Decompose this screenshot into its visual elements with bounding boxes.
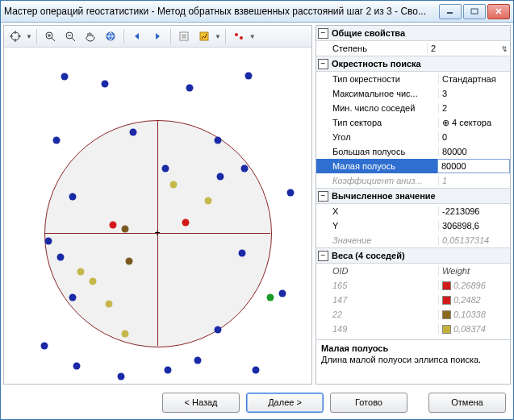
data-point [118,373,125,380]
data-point [215,326,222,334]
data-point [41,343,48,350]
weight-row: 1650,26896 [316,278,510,293]
neighbor-point [267,294,274,301]
list-tool[interactable] [175,27,193,45]
help-panel: Малая полуось Длина малой полуоси эллипс… [316,339,510,384]
svg-rect-1 [471,9,478,14]
neighbor-point [122,331,129,338]
pan-tool[interactable] [81,27,99,45]
prop-neighborhood-type[interactable]: Тип окрестностиСтандартная [316,72,510,86]
collapse-icon[interactable]: − [318,191,328,202]
data-point [253,367,260,374]
prop-anisotropy: Коэффициент аниз...1 [316,173,510,188]
data-point [69,294,77,301]
collapse-icon[interactable]: − [318,28,328,39]
neighbor-point [106,301,113,308]
data-point [61,73,69,81]
prop-minor-axis[interactable]: Малая полуось80000 [316,159,510,173]
window-title: Мастер операций геостатистики - Метод об… [4,6,439,17]
data-point [102,81,109,88]
svg-rect-7 [200,32,208,40]
stats-tool[interactable] [195,27,213,45]
dropdown-icon[interactable]: ▼ [249,33,256,40]
optimize-icon[interactable]: ↯ [499,44,510,53]
neighbor-point [77,268,85,276]
neighbor-point [122,226,129,233]
dropdown-icon[interactable]: ▼ [215,33,221,40]
data-point [57,254,65,261]
full-extent-tool[interactable] [102,27,119,45]
prop-major-axis[interactable]: Большая полуось80000 [316,144,510,159]
maximize-button[interactable] [463,4,486,19]
preview-canvas[interactable]: + [4,48,311,384]
neighbor-point [205,198,212,205]
wizard-window: Мастер операций геостатистики - Метод об… [0,0,514,420]
data-point [165,367,172,374]
neighbor-point [110,222,117,229]
data-point [45,238,52,245]
help-text: Длина малой полуоси эллипса поиска. [321,355,505,364]
data-point [186,85,194,92]
preview-toolbar: ▼ ▼ ▼ [4,26,311,48]
data-point [239,250,246,257]
color-swatch [442,281,451,290]
svg-point-9 [240,36,243,40]
next-button[interactable]: Далее > [246,393,324,413]
data-point [287,189,295,197]
prop-power[interactable]: Степень2↯ [316,41,510,56]
section-weights[interactable]: −Веса (4 соседей) [316,247,510,264]
neighbor-point [90,278,97,285]
neighbor-point [170,181,178,189]
prop-min-neighbors[interactable]: Мин. число соседей2 [316,101,510,115]
titlebar[interactable]: Мастер операций геостатистики - Метод об… [1,1,513,23]
data-point [73,363,81,370]
dropdown-icon[interactable]: ▼ [26,33,32,40]
next-extent-tool[interactable] [148,27,166,45]
data-point [53,137,61,144]
prev-extent-tool[interactable] [128,27,146,45]
prop-y[interactable]: Y306898,6 [316,218,510,233]
neighbor-point [126,258,133,265]
color-swatch [442,296,451,305]
prop-sector-type[interactable]: Тип сектора⊕4 сектора [316,115,510,130]
sector-icon: ⊕ [442,118,449,128]
help-title: Малая полуось [321,343,505,353]
cancel-button[interactable]: Отмена [428,393,506,413]
properties-panel: −Общие свойства Степень2↯ −Окрестность п… [316,25,511,385]
color-swatch [442,325,451,334]
weight-row: 220,10338 [316,307,510,322]
wizard-footer: < Назад Далее > Готово Отмена [3,388,511,417]
section-general[interactable]: −Общие свойства [316,26,510,41]
points-tool[interactable] [230,27,248,45]
back-button[interactable]: < Назад [162,393,240,413]
neighbor-point [182,219,190,227]
data-point [130,129,137,136]
properties-grid[interactable]: −Общие свойства Степень2↯ −Окрестность п… [316,26,510,339]
prop-angle[interactable]: Угол0 [316,130,510,144]
finish-button[interactable]: Готово [330,393,407,413]
prop-max-neighbors[interactable]: Максимальное чис...3 [316,86,510,101]
close-button[interactable] [487,4,510,19]
data-point [215,137,222,144]
data-point [279,290,286,297]
collapse-icon[interactable]: − [318,59,328,69]
zoom-in-tool[interactable] [41,27,59,45]
collapse-icon[interactable]: − [318,251,328,261]
preview-panel: ▼ ▼ ▼ [3,25,312,385]
data-point [69,193,77,201]
svg-point-8 [235,33,238,36]
section-calculated[interactable]: −Вычисленное значение [316,188,510,204]
prop-value: Значение0,05137314 [316,233,510,247]
center-cross-icon: + [154,227,160,239]
data-point [194,357,202,364]
weight-row: 1470,2482 [316,293,510,307]
section-neighborhood[interactable]: −Окрестность поиска [316,56,510,72]
prop-x[interactable]: X-2213096 [316,204,510,218]
svg-rect-0 [447,12,453,14]
minimize-button[interactable] [439,4,462,19]
target-tool[interactable] [6,27,24,45]
data-point [162,165,169,173]
zoom-out-tool[interactable] [61,27,79,45]
weight-row: 1490,08374 [316,322,510,336]
data-point [217,173,224,181]
